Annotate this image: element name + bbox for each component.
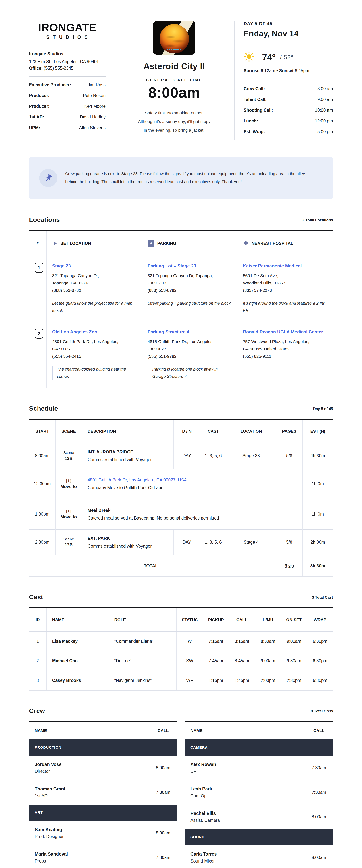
column-role: ROLE xyxy=(109,608,176,631)
call-time-value: 8:00 am xyxy=(317,86,333,91)
locations-title: Locations xyxy=(29,216,60,223)
call-time-label: Est. Wrap: xyxy=(244,129,265,134)
schedule-row-break: 1:30pm [ i ]Move to Meal BreakCatered me… xyxy=(29,499,333,529)
address-line: CA 90095, United States xyxy=(243,345,328,352)
parking-link[interactable]: Parking Structure 4 xyxy=(148,329,189,335)
est-cell: 1h 0m xyxy=(302,469,333,499)
cast-call: 8:45am xyxy=(229,651,255,671)
crew-member-role: 1st AD xyxy=(35,794,143,799)
location-row: 1 Stage 23 321 Topanga Canyon Dr, Topang… xyxy=(29,256,333,322)
crew-call-time: 8:00am xyxy=(305,805,333,829)
day-panel: DAY 5 OF 45 Friday, Nov 14 74° / 52° Sun… xyxy=(234,21,333,140)
studio-logo: IRONGATE STUDIOS xyxy=(29,21,106,40)
scene-cell: Scene13B xyxy=(55,529,82,555)
break-description: Catered meal served at Basecamp. No pers… xyxy=(88,516,297,521)
safety-line: Although it’s a sunny day, it’ll get nip… xyxy=(123,117,225,126)
department-band: PRODUCTION xyxy=(29,739,177,755)
cast-header: Cast 3 Total Cast xyxy=(29,593,333,601)
contact-value: Ken Moore xyxy=(84,104,106,109)
crew-member-role: Cam Op xyxy=(190,794,299,799)
description-cell: INT. AURORA BRIDGEComms established with… xyxy=(82,443,173,469)
crew-member-cell: Alex RowanDP xyxy=(185,755,305,780)
cast-hmu: 8:30am xyxy=(255,631,281,651)
safety-line: in the evening, so bring a jacket. xyxy=(123,126,225,135)
crew-member-name: Thomas Grant xyxy=(35,786,143,792)
crew-table-right: NAME CALL CAMERA Alex RowanDP 7:30am Lea… xyxy=(185,721,333,868)
cast-name: Casey Brooks xyxy=(46,671,109,690)
parking-cell: Parking Lot – Stage 23 321 Topanga Canyo… xyxy=(142,256,237,322)
description-text: Comms established with Voyager xyxy=(88,457,168,462)
total-pages-main: 3 xyxy=(284,563,287,569)
start-cell: 2:30pm xyxy=(29,529,55,555)
studio-office-phone: Office: (555) 555-2345 xyxy=(29,66,106,71)
call-time-label: Lunch: xyxy=(244,119,258,124)
cast-wrap: 6:30pm xyxy=(307,651,333,671)
call-time-label: Crew Call: xyxy=(244,86,265,91)
hospital-cell: Kaiser Permanente Medical 5601 De Soto A… xyxy=(237,256,333,322)
parking-note: Parking is located one block away in Gar… xyxy=(148,366,231,380)
department-name: CAMERA xyxy=(185,739,333,755)
scene-number: 13B xyxy=(59,542,79,548)
column-call: CALL xyxy=(229,608,255,631)
move-address-link[interactable]: 4801 Griffith Park Dr, Los Angeles , CA … xyxy=(88,477,187,483)
est-cell: 1h 0m xyxy=(302,499,333,529)
studio-logo-sub: STUDIOS xyxy=(29,34,106,40)
scene-number: 13B xyxy=(59,456,79,461)
contact-label: Producer: xyxy=(29,104,50,109)
crew-call-time: 8:00am xyxy=(149,755,177,780)
cast-role: “Navigator Jenkins” xyxy=(109,671,176,690)
cast-ids-cell: 1, 3, 5, 6 xyxy=(200,529,226,555)
call-time-row: Shooting Call:10:00 am xyxy=(244,108,333,113)
start-cell: 12:30pm xyxy=(29,469,55,499)
parking-link[interactable]: Parking Lot – Stage 23 xyxy=(148,262,196,269)
contact-row: 1st AD:David Hadley xyxy=(29,115,106,120)
location-note: Let the guard know the project title for… xyxy=(52,300,136,314)
call-time-value: 12:00 pm xyxy=(315,119,333,124)
divider xyxy=(29,45,106,46)
crew-call-time: 7:30am xyxy=(305,755,333,780)
sunrise-sunset: Sunrise 6:12am • Sunset 6:45pm xyxy=(244,68,333,73)
column-call: CALL xyxy=(305,721,333,739)
contact-row: Executive Producer:Jim Ross xyxy=(29,82,106,87)
est-cell: 2h 30m xyxy=(302,529,333,555)
info-tag: [ i ] xyxy=(59,509,79,513)
crew-row: Leah ParkCam Op 7:30am xyxy=(185,780,333,805)
phone-line: (555) 825-9111 xyxy=(243,352,328,360)
locations-header: Locations 2 Total Locations xyxy=(29,216,333,223)
hospital-link[interactable]: Kaiser Permanente Medical xyxy=(243,262,302,269)
shoot-date: Friday, Nov 14 xyxy=(244,29,333,38)
set-location-cell: Stage 23 321 Topanga Canyon Dr, Topanga,… xyxy=(46,256,142,322)
column-location: LOCATION xyxy=(226,419,276,443)
set-location-link[interactable]: Stage 23 xyxy=(52,262,71,269)
contact-label: Executive Producer: xyxy=(29,82,71,87)
total-pages-fraction: 2/8 xyxy=(287,564,294,568)
banner-text: Crew parking garage is next to Stage 23.… xyxy=(65,170,310,186)
studio-address: 123 Elm St., Los Angeles, CA 90401 xyxy=(29,58,106,65)
office-label: Office xyxy=(29,66,41,71)
column-id: ID xyxy=(29,608,46,631)
slugline: EXT. PARK xyxy=(88,536,168,541)
day-night-cell: DAY xyxy=(173,443,200,469)
divider xyxy=(29,76,106,77)
address-line: 757 Westwood Plaza, Los Angeles, xyxy=(243,338,328,345)
contact-row: Producer:Pete Rosen xyxy=(29,93,106,98)
address-line: 321 Topanga Canyon Dr, Topanga, xyxy=(148,272,231,279)
crew-member-role: Sound Mixer xyxy=(190,859,299,864)
address-line: CA 90027 xyxy=(52,345,136,352)
cast-status: W xyxy=(176,631,203,651)
crew-member-name: Carla Torres xyxy=(190,851,299,857)
crew-member-name: Sam Keating xyxy=(35,827,143,832)
cast-row: 2 Michael Cho “Dr. Lee” SW 7:45am 8:45am… xyxy=(29,651,333,671)
crew-row: Jordan VossDirector 8:00am xyxy=(29,755,177,780)
crew-member-name: Maria Sandoval xyxy=(35,851,143,857)
hospital-link[interactable]: Ronald Reagan UCLA Medical Center xyxy=(243,329,323,335)
map-pin-icon xyxy=(52,240,57,247)
start-cell: 8:00am xyxy=(29,443,55,469)
crew-header-row: NAME CALL xyxy=(29,721,177,739)
phone-line: (833) 574-2273 xyxy=(243,287,328,294)
set-location-link[interactable]: Old Los Angeles Zoo xyxy=(52,329,97,335)
cast-onset: 9:30am xyxy=(281,651,307,671)
cast-onset: 9:00am xyxy=(281,631,307,651)
description-cell: 4801 Griffith Park Dr, Los Angeles , CA … xyxy=(82,469,302,499)
crew-member-name: Alex Rowan xyxy=(190,762,299,767)
